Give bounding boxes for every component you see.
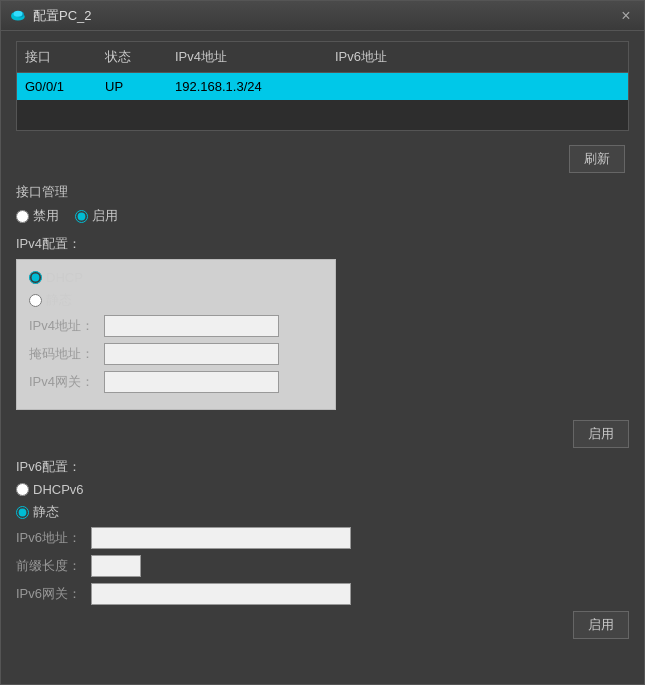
col-interface: 接口 <box>25 48 105 66</box>
radio-dhcpv6-label: DHCPv6 <box>33 482 84 497</box>
ipv4-config-box: DHCP 静态 IPv4地址： 掩码地址： IPv4网关： <box>16 259 336 410</box>
ipv4-gateway-label: IPv4网关： <box>29 373 104 391</box>
radio-disable-label: 禁用 <box>33 207 59 225</box>
ipv4-address-row: IPv4地址： <box>29 315 323 337</box>
ipv4-static-group: 静态 <box>29 291 323 309</box>
cell-ipv6 <box>335 79 620 94</box>
refresh-button[interactable]: 刷新 <box>569 145 625 173</box>
interface-table: 接口 状态 IPv4地址 IPv6地址 G0/0/1 UP 192.168.1.… <box>16 41 629 131</box>
radio-dhcp-label: DHCP <box>46 270 83 285</box>
radio-ipv6-static-label: 静态 <box>33 503 59 521</box>
prefix-length-label: 前缀长度： <box>16 557 91 575</box>
ipv4-address-label: IPv4地址： <box>29 317 104 335</box>
subnet-mask-row: 掩码地址： <box>29 343 323 365</box>
subnet-mask-input[interactable] <box>104 343 279 365</box>
radio-dhcpv6[interactable]: DHCPv6 <box>16 482 84 497</box>
svg-point-3 <box>14 10 23 16</box>
ipv4-enable-btn-row: 启用 <box>16 420 629 448</box>
main-window: 配置PC_2 × 接口 状态 IPv4地址 IPv6地址 G0/0/1 UP 1… <box>0 0 645 685</box>
table-row[interactable]: G0/0/1 UP 192.168.1.3/24 <box>17 73 628 100</box>
col-ipv4: IPv4地址 <box>175 48 335 66</box>
col-status: 状态 <box>105 48 175 66</box>
table-header: 接口 状态 IPv4地址 IPv6地址 <box>17 42 628 73</box>
radio-enable[interactable]: 启用 <box>75 207 118 225</box>
ipv4-address-input[interactable] <box>104 315 279 337</box>
ipv4-gateway-row: IPv4网关： <box>29 371 323 393</box>
ipv4-enable-button[interactable]: 启用 <box>573 420 629 448</box>
ipv6-address-label: IPv6地址： <box>16 529 91 547</box>
ipv6-gateway-input[interactable] <box>91 583 351 605</box>
ipv4-gateway-input[interactable] <box>104 371 279 393</box>
title-bar: 配置PC_2 × <box>1 1 644 31</box>
ipv6-section: IPv6配置： DHCPv6 静态 IPv6地址： 前缀长度： <box>16 458 629 639</box>
radio-disable[interactable]: 禁用 <box>16 207 59 225</box>
ipv6-enable-btn-row: 启用 <box>16 611 629 639</box>
radio-dhcp-input[interactable] <box>29 271 42 284</box>
ipv6-enable-button[interactable]: 启用 <box>573 611 629 639</box>
interface-management-group: 禁用 启用 <box>16 207 629 225</box>
radio-static-input[interactable] <box>29 294 42 307</box>
radio-enable-input[interactable] <box>75 210 88 223</box>
radio-dhcpv6-input[interactable] <box>16 483 29 496</box>
radio-enable-label: 启用 <box>92 207 118 225</box>
cell-interface: G0/0/1 <box>25 79 105 94</box>
radio-ipv6-static-input[interactable] <box>16 506 29 519</box>
cloud-icon <box>9 7 27 25</box>
ipv6-gateway-label: IPv6网关： <box>16 585 91 603</box>
window-title: 配置PC_2 <box>33 7 616 25</box>
table-empty-row <box>17 100 628 130</box>
prefix-length-input[interactable] <box>91 555 141 577</box>
radio-static[interactable]: 静态 <box>29 291 72 309</box>
ipv6-address-row: IPv6地址： <box>16 527 629 549</box>
ipv6-mode-group: DHCPv6 <box>16 482 629 497</box>
content-area: 接口 状态 IPv4地址 IPv6地址 G0/0/1 UP 192.168.1.… <box>1 31 644 684</box>
interface-management-label: 接口管理 <box>16 183 629 201</box>
cell-ipv4: 192.168.1.3/24 <box>175 79 335 94</box>
subnet-mask-label: 掩码地址： <box>29 345 104 363</box>
radio-static-label: 静态 <box>46 291 72 309</box>
ipv6-static-group: 静态 <box>16 503 629 521</box>
ipv4-mode-group: DHCP <box>29 270 323 285</box>
radio-dhcp[interactable]: DHCP <box>29 270 83 285</box>
radio-ipv6-static[interactable]: 静态 <box>16 503 59 521</box>
prefix-length-row: 前缀长度： <box>16 555 629 577</box>
refresh-row: 刷新 <box>16 139 629 173</box>
ipv6-config-label: IPv6配置： <box>16 458 629 476</box>
ipv4-config-label: IPv4配置： <box>16 235 629 253</box>
col-ipv6: IPv6地址 <box>335 48 620 66</box>
cell-status: UP <box>105 79 175 94</box>
ipv6-address-input[interactable] <box>91 527 351 549</box>
ipv6-gateway-row: IPv6网关： <box>16 583 629 605</box>
close-button[interactable]: × <box>616 7 636 25</box>
radio-disable-input[interactable] <box>16 210 29 223</box>
